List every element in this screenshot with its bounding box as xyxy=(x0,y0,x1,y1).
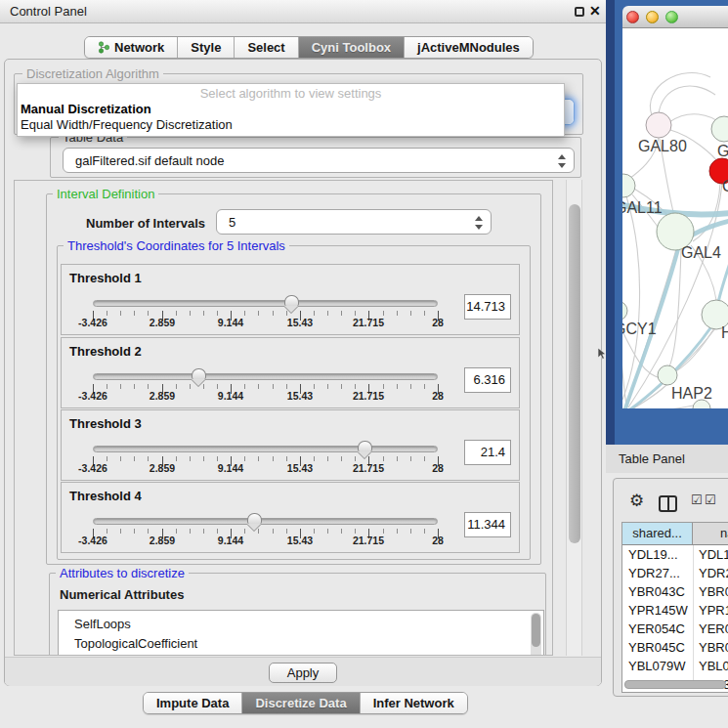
zoom-traffic-light[interactable] xyxy=(665,11,678,23)
tick-label: 28 xyxy=(432,317,444,328)
desktop-edge xyxy=(606,0,615,445)
column-header-name[interactable]: na xyxy=(693,523,728,545)
close-icon[interactable]: ✕ xyxy=(589,3,601,19)
network-node-gal80[interactable] xyxy=(646,112,671,138)
tab-style[interactable]: Style xyxy=(177,37,234,58)
threshold-2-value-field[interactable]: 6.316 xyxy=(464,367,511,393)
table-horizontal-scrollbar-thumb[interactable] xyxy=(624,680,726,689)
list-item[interactable]: BetweennessCentrality xyxy=(59,654,543,656)
cyni-bottom-tabbar: Impute Data Discretize Data Infer Networ… xyxy=(143,692,468,714)
network-node[interactable] xyxy=(711,116,728,142)
node-label-gcy1: GCY1 xyxy=(622,321,657,337)
dropdown-option-equal-width[interactable]: Equal Width/Frequency Discretization xyxy=(21,117,233,132)
settings-scrollpane: Interval Definition Number of Intervals … xyxy=(14,180,553,656)
tick-label: 9.144 xyxy=(218,462,243,474)
control-panel-tabbar: Network Style Select Cyni Toolbox jActiv… xyxy=(84,36,534,59)
threshold-3-value-field[interactable]: 21.4 xyxy=(464,440,511,465)
tick-label: 9.144 xyxy=(218,390,243,402)
tab-discretize-data[interactable]: Discretize Data xyxy=(241,693,359,713)
apply-strip: Apply xyxy=(5,657,601,686)
tick-label: 15.43 xyxy=(287,390,313,402)
tick-label: -3.426 xyxy=(78,535,107,546)
table-row[interactable]: YBR043CYBR0 xyxy=(622,582,728,601)
threshold-2-panel: Threshold 2 -3.426 2.859 9.144 15.43 21.… xyxy=(61,337,520,408)
tick-label: 21.715 xyxy=(353,317,384,328)
threshold-1-slider-thumb[interactable] xyxy=(284,295,299,306)
threshold-4-value-field[interactable]: 11.344 xyxy=(464,512,511,537)
number-of-intervals-combobox[interactable]: 5 xyxy=(216,209,492,235)
list-item[interactable]: TopologicalCoefficient xyxy=(59,634,543,654)
tick-label: 9.144 xyxy=(218,535,243,546)
interval-definition-group: Interval Definition Number of Intervals … xyxy=(46,193,541,565)
column-header-shared[interactable]: shared... xyxy=(622,523,693,545)
attributes-group-label: Attributes to discretize xyxy=(56,566,189,580)
float-window-icon[interactable] xyxy=(575,7,584,17)
table-data-combobox[interactable]: galFiltered.sif default node xyxy=(63,148,575,173)
threshold-4-slider-thumb[interactable] xyxy=(247,513,262,524)
column-layout-icon[interactable] xyxy=(659,495,677,512)
tab-select[interactable]: Select xyxy=(234,37,297,58)
tick-label: 2.859 xyxy=(150,462,175,474)
tick-label: 15.43 xyxy=(287,462,313,474)
node-label-partial-g: GA xyxy=(717,143,728,159)
table-row[interactable]: YDR27...YDR2 xyxy=(622,564,728,582)
table-row[interactable]: YBR045CYBR0 xyxy=(622,638,728,657)
tick-label: -3.426 xyxy=(78,462,107,474)
network-canvas[interactable]: GAL80 GA C GAL11 GAL4 GCY1 H HAP2 xyxy=(622,28,728,408)
tab-network[interactable]: Network xyxy=(85,37,177,58)
tab-cyni-toolbox[interactable]: Cyni Toolbox xyxy=(298,37,404,58)
node-label-partial-c: C xyxy=(722,178,728,194)
threshold-2-label: Threshold 2 xyxy=(69,344,142,359)
threshold-3-slider-track[interactable] xyxy=(93,446,438,452)
tab-impute-data[interactable]: Impute Data xyxy=(144,693,241,713)
network-icon xyxy=(98,41,109,54)
node-label-partial-h: H xyxy=(721,324,728,341)
network-node-gal11[interactable] xyxy=(622,174,635,197)
select-columns-checkbox-icon[interactable]: ☑ xyxy=(691,492,703,507)
tab-infer-network[interactable]: Infer Network xyxy=(360,693,467,713)
threshold-3-slider-thumb[interactable] xyxy=(358,441,372,451)
tick-label: 15.43 xyxy=(287,535,313,546)
table-row[interactable]: YER054CYER0 xyxy=(622,620,728,638)
tick-label: -3.426 xyxy=(78,390,107,402)
table-data-group: Table Data galFiltered.sif default node xyxy=(50,137,581,178)
threshold-2-slider-thumb[interactable] xyxy=(192,368,206,379)
table-data-value: galFiltered.sif default node xyxy=(75,149,224,173)
tick-label: -3.426 xyxy=(78,317,107,328)
threshold-1-slider-track[interactable] xyxy=(93,300,438,307)
list-item[interactable]: SelfLoops xyxy=(59,611,543,634)
panel-scrollbar-thumb[interactable] xyxy=(569,204,580,543)
discretization-algorithm-group-label: Discretization Algorithm xyxy=(22,66,163,81)
threshold-2-slider-track[interactable] xyxy=(93,373,438,380)
list-scrollbar-thumb[interactable] xyxy=(532,614,540,647)
close-traffic-light[interactable] xyxy=(626,11,639,23)
tick-label: 2.859 xyxy=(150,390,175,402)
table-settings-gear-icon[interactable]: ⚙ xyxy=(629,492,644,509)
table-row[interactable]: YPR145WYPR1 xyxy=(622,601,728,620)
tick-label: 28 xyxy=(432,462,444,474)
threshold-3-panel: Threshold 3 -3.426 2.859 9.144 15.43 21.… xyxy=(61,409,520,481)
tab-jactivemnodules[interactable]: jActiveMNodules xyxy=(404,37,533,58)
select-columns-checkbox-icon[interactable]: ☑ xyxy=(705,492,716,507)
tick-label: 2.859 xyxy=(150,535,175,546)
threshold-1-label: Threshold 1 xyxy=(69,271,142,285)
network-node-hap2[interactable] xyxy=(658,365,677,385)
apply-button[interactable]: Apply xyxy=(269,663,337,683)
panel-scrollbar[interactable] xyxy=(566,180,582,656)
cytoscape-desktop: GAL80 GA C GAL11 GAL4 GCY1 H HAP2 xyxy=(606,0,728,445)
network-graph: GAL80 GA C GAL11 GAL4 GCY1 H HAP2 xyxy=(622,28,728,408)
tick-label: 9.144 xyxy=(218,317,243,328)
network-window-titlebar[interactable] xyxy=(622,6,728,28)
algorithm-dropdown-popup: Select algorithm to view settings Manual… xyxy=(17,83,565,137)
threshold-4-slider-track[interactable] xyxy=(93,518,438,525)
dropdown-option-manual[interactable]: Manual Discretization xyxy=(21,102,151,116)
table-row[interactable]: YDL19...YDL1 xyxy=(622,545,728,564)
threshold-1-value-field[interactable]: 14.713 xyxy=(464,294,511,320)
numerical-attributes-list: SelfLoops TopologicalCoefficient Between… xyxy=(58,610,544,656)
threshold-3-label: Threshold 3 xyxy=(69,416,142,431)
network-node-gcy1[interactable] xyxy=(622,301,627,321)
slider-ticks xyxy=(93,384,439,395)
table-row[interactable]: YBL079WYBL0 xyxy=(622,657,728,675)
minimize-traffic-light[interactable] xyxy=(646,11,659,23)
list-scrollbar[interactable] xyxy=(531,613,541,656)
